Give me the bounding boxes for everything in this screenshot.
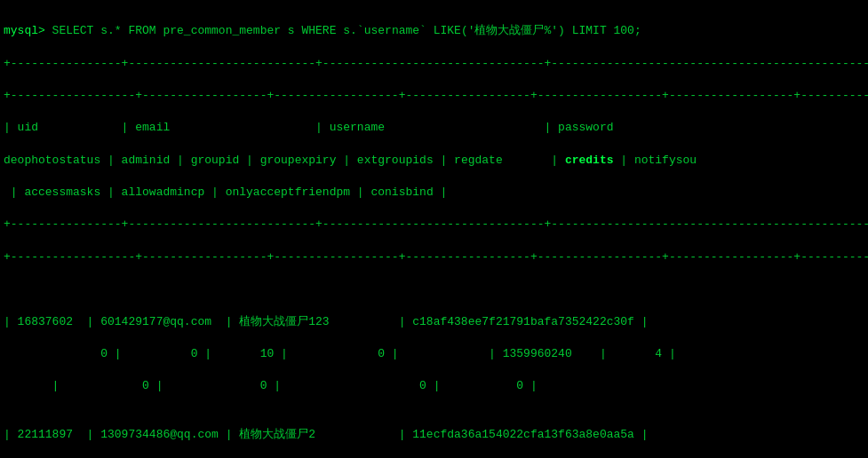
row2-data-a: | 22111897 | 1309734486@qq.com | 植物大战僵尸2… xyxy=(4,427,864,443)
row1-data-c: | 0 | 0 | 0 | 0 | xyxy=(4,378,864,394)
row1-data-a: | 16837602 | 601429177@qq.com | 植物大战僵尸12… xyxy=(4,314,864,330)
separator-line-4: +------------------+------------------+-… xyxy=(4,249,864,265)
terminal-window: mysql> SELECT s.* FROM pre_common_member… xyxy=(0,0,868,458)
separator-line-2: +------------------+------------------+-… xyxy=(4,88,864,104)
separator-line-1: +----------------+----------------------… xyxy=(4,56,864,72)
header-row-1: | uid | email | username | password | st… xyxy=(4,120,864,136)
header-row-2: deophotostatus | adminid | groupid | gro… xyxy=(4,153,864,169)
separator-line-3: +----------------+----------------------… xyxy=(4,217,864,233)
query-line: mysql> SELECT s.* FROM pre_common_member… xyxy=(4,23,864,39)
row1-data-b: 0 | 0 | 10 | 0 | | 1359960240 | 4 | xyxy=(4,346,864,362)
header-row-3: | accessmasks | allowadmincp | onlyaccep… xyxy=(4,185,864,201)
